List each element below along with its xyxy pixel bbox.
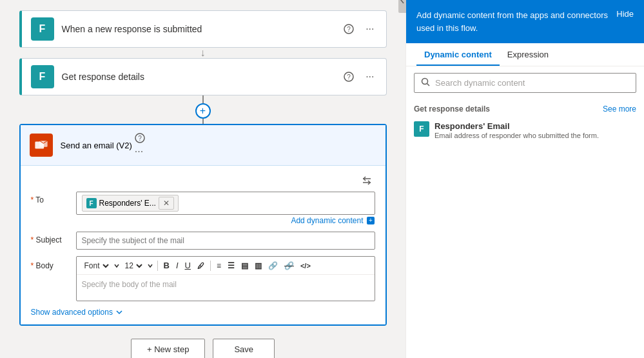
add-dynamic-link[interactable]: Add dynamic content + bbox=[76, 216, 375, 225]
step2-more-button[interactable]: ··· bbox=[363, 70, 376, 84]
dynamic-content-search-input[interactable] bbox=[435, 78, 629, 88]
email-card-actions: ? ··· bbox=[132, 132, 148, 159]
bottom-buttons: + New step Save bbox=[131, 339, 275, 358]
sidebar-header-text: Add dynamic content from the apps and co… bbox=[416, 9, 609, 34]
body-field: Font 12 B I U 🖊 bbox=[76, 256, 375, 301]
to-required: * bbox=[31, 195, 34, 204]
email-card-title: Send an email (V2) bbox=[61, 141, 132, 150]
chip-icon: F bbox=[86, 198, 97, 208]
chip-remove-button[interactable]: ✕ bbox=[159, 197, 174, 210]
underline-button[interactable]: U bbox=[183, 259, 193, 272]
fontsize-dropdown-icon bbox=[147, 263, 153, 269]
svg-text:?: ? bbox=[138, 135, 142, 142]
body-required: * bbox=[31, 261, 34, 270]
switch-view-button[interactable] bbox=[358, 174, 375, 188]
to-label: * To bbox=[31, 192, 76, 204]
sidebar-tabs: Dynamic content Expression bbox=[406, 43, 644, 66]
svg-line-11 bbox=[427, 84, 430, 86]
sidebar-section-header: Get response details See more bbox=[406, 99, 644, 116]
outlook-icon bbox=[34, 138, 48, 152]
sidebar-collapse-button[interactable] bbox=[398, 0, 406, 13]
dynamic-item-content: Responders' Email Email address of respo… bbox=[434, 121, 636, 139]
dynamic-item-title: Responders' Email bbox=[434, 121, 636, 131]
subject-field[interactable] bbox=[76, 232, 375, 250]
dynamic-item-responders-email[interactable]: F Responders' Email Email address of res… bbox=[406, 116, 644, 144]
email-more-button[interactable]: ··· bbox=[132, 144, 146, 159]
subject-label: * Subject bbox=[31, 232, 76, 244]
step1-help-button[interactable]: ? bbox=[341, 23, 356, 35]
subject-input[interactable] bbox=[76, 232, 375, 250]
italic-button[interactable]: I bbox=[174, 259, 181, 272]
see-more-link[interactable]: See more bbox=[603, 104, 636, 114]
toolbar-divider-1 bbox=[157, 261, 158, 271]
step2-icon: F bbox=[31, 65, 54, 88]
to-row: * To F Responders' E... ✕ A bbox=[31, 192, 375, 225]
link-button[interactable]: 🔗 bbox=[266, 260, 280, 272]
editor-toolbar: Font 12 B I U 🖊 bbox=[77, 257, 375, 275]
step2-help-button[interactable]: ? bbox=[341, 70, 356, 83]
email-card-header: Send an email (V2) ? ··· bbox=[21, 125, 385, 166]
body-editor: Font 12 B I U 🖊 bbox=[76, 256, 375, 301]
add-step-button[interactable]: + bbox=[195, 103, 211, 119]
connector-plus-1: + bbox=[195, 95, 211, 124]
hide-sidebar-button[interactable]: Hide bbox=[616, 9, 634, 19]
step1-icon: F bbox=[31, 17, 54, 41]
tab-dynamic-content[interactable]: Dynamic content bbox=[416, 43, 500, 66]
highlight-button[interactable]: 🖊 bbox=[195, 261, 206, 271]
email-card-icon bbox=[30, 134, 53, 157]
add-dynamic-icon: + bbox=[366, 216, 375, 225]
dynamic-item-desc: Email address of responder who submitted… bbox=[434, 132, 636, 139]
to-input-container[interactable]: F Responders' E... ✕ bbox=[76, 192, 375, 215]
tab-expression[interactable]: Expression bbox=[500, 43, 556, 66]
email-step-card: Send an email (V2) ? ··· * To bbox=[19, 124, 387, 326]
search-icon bbox=[421, 77, 430, 88]
search-box bbox=[414, 73, 636, 93]
code-button[interactable]: </> bbox=[298, 261, 313, 271]
connector-arrow-1: ↓ bbox=[200, 48, 206, 58]
to-field: F Responders' E... ✕ Add dynamic content… bbox=[76, 192, 375, 225]
step1-more-button[interactable]: ··· bbox=[363, 22, 376, 36]
subject-required: * bbox=[31, 235, 34, 244]
align-right-button[interactable]: ▥ bbox=[253, 260, 264, 272]
ordered-list-button[interactable]: ☰ bbox=[226, 260, 237, 272]
body-placeholder: Specify the body of the mail bbox=[82, 280, 177, 289]
email-help-button[interactable]: ? bbox=[132, 132, 148, 144]
plus-line-top bbox=[202, 95, 204, 103]
unordered-list-button[interactable]: ≡ bbox=[215, 260, 223, 272]
chip-text: Responders' E... bbox=[99, 199, 156, 208]
svg-text:+: + bbox=[369, 217, 373, 224]
to-chip: F Responders' E... ✕ bbox=[82, 195, 179, 212]
sidebar-section-label: Get response details bbox=[414, 104, 490, 114]
step-card-1: F When a new response is submitted ? ··· bbox=[19, 10, 387, 48]
step1-title: When a new response is submitted bbox=[62, 24, 342, 34]
font-select[interactable]: Font bbox=[82, 261, 111, 271]
step1-icon-letter: F bbox=[39, 23, 46, 35]
dynamic-item-icon: F bbox=[414, 121, 429, 137]
svg-text:?: ? bbox=[347, 26, 351, 33]
align-left-button[interactable]: ▤ bbox=[239, 260, 250, 272]
step-card-2: F Get response details ? ··· bbox=[19, 58, 387, 95]
bold-button[interactable]: B bbox=[162, 259, 171, 272]
toolbar-divider-2 bbox=[210, 261, 211, 271]
body-editor-content[interactable]: Specify the body of the mail bbox=[77, 275, 375, 301]
subject-row: * Subject bbox=[31, 232, 375, 250]
step2-actions: ? ··· bbox=[341, 70, 376, 84]
step1-actions: ? ··· bbox=[341, 22, 376, 36]
font-dropdown-icon bbox=[113, 263, 120, 269]
arrow-head-1: ↓ bbox=[200, 48, 206, 58]
step2-icon-letter: F bbox=[39, 71, 46, 83]
step2-title: Get response details bbox=[62, 72, 342, 82]
main-flow-area: F When a new response is submitted ? ···… bbox=[0, 0, 405, 358]
save-button[interactable]: Save bbox=[213, 339, 275, 358]
chevron-down-icon bbox=[115, 308, 123, 316]
show-advanced-options[interactable]: Show advanced options bbox=[31, 308, 375, 317]
link-remove-button[interactable]: 🔗 bbox=[282, 260, 296, 272]
dynamic-content-sidebar: Add dynamic content from the apps and co… bbox=[405, 0, 644, 358]
email-card-body: * To F Responders' E... ✕ A bbox=[21, 166, 385, 324]
svg-point-10 bbox=[422, 79, 428, 85]
svg-text:?: ? bbox=[347, 74, 351, 81]
new-step-button[interactable]: + New step bbox=[131, 339, 205, 358]
body-label: * Body bbox=[31, 256, 76, 270]
plus-line-bottom bbox=[202, 119, 204, 124]
font-size-select[interactable]: 12 bbox=[122, 261, 144, 271]
